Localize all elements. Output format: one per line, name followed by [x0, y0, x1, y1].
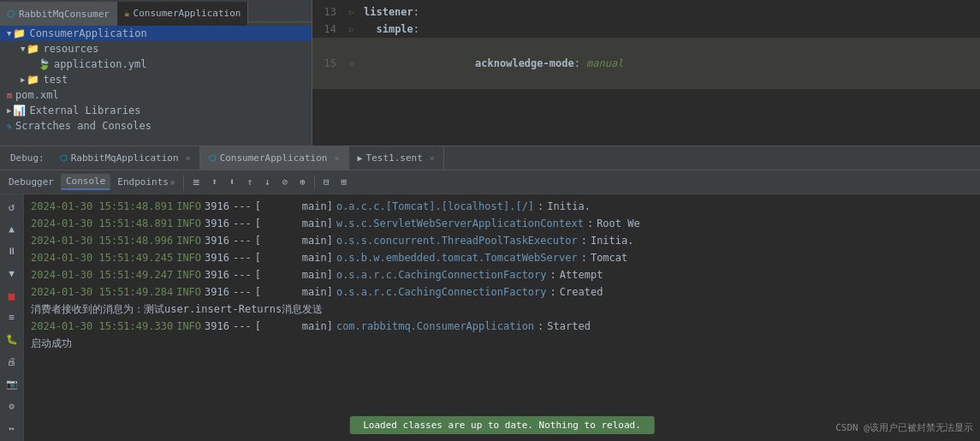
scroll-down-btn[interactable]: ▼ — [3, 264, 21, 283]
editor-tab-rabbitmq[interactable]: ⬡ RabbitMqConsumer — [0, 2, 117, 26]
tree-item-external-libraries[interactable]: ▶ 📊 External Libraries — [0, 103, 312, 118]
close-test-tab[interactable]: ✕ — [430, 153, 435, 163]
filter-btn[interactable]: ⊘ — [277, 175, 294, 189]
toolbar-sep-2 — [314, 175, 315, 190]
code-editor-area: 13 ▷ listener: 14 ▷ simple: 15 ◇ — [312, 0, 980, 146]
close-consumer-tab[interactable]: ✕ — [334, 153, 339, 163]
camera-btn[interactable]: 📷 — [3, 375, 21, 394]
log-line-7: 2024-01-30 15:51:49.330 INFO 3916 --- [ … — [31, 318, 973, 335]
debug-section: Debug: ⬡ RabbitMqApplication ✕ ⬡ Consume… — [0, 146, 980, 441]
stop-btn[interactable]: ■ — [3, 286, 21, 305]
rabbit-debug-icon: ⬡ — [60, 153, 68, 163]
reload-btn[interactable]: ↺ — [3, 198, 21, 217]
list-btn[interactable]: ≡ — [3, 308, 21, 327]
tree-item-scratches[interactable]: ✎ Scratches and Consoles — [0, 118, 312, 134]
pause-btn[interactable]: ⏸ — [3, 242, 21, 261]
tree-item-consumer-app[interactable]: ▼ 📁 ConsumerApplication — [0, 26, 312, 41]
print-btn[interactable]: 🖨 — [3, 353, 21, 372]
up-btn[interactable]: ⬆ — [206, 175, 223, 189]
code-line-15: 15 ◇ acknowledge-mode: manual — [312, 38, 980, 89]
fold-arrow-14: ▷ — [349, 21, 353, 38]
scroll-up-btn[interactable]: ▲ — [3, 220, 21, 239]
table-btn[interactable]: ⊟ — [318, 175, 335, 189]
up2-btn[interactable]: ↑ — [241, 175, 258, 189]
log-line-2: 2024-01-30 15:51:48.891 INFO 3916 --- [ … — [31, 215, 973, 232]
debugger-tool-btn[interactable]: Debugger — [3, 175, 59, 189]
log-line-4: 2024-01-30 15:51:49.245 INFO 3916 --- [ … — [31, 249, 973, 266]
log-line-5: 2024-01-30 15:51:49.247 INFO 3916 --- [ … — [31, 266, 973, 283]
console-output[interactable]: 2024-01-30 15:51:48.891 INFO 3916 --- [ … — [24, 194, 980, 441]
log-line-1: 2024-01-30 15:51:48.891 INFO 3916 --- [ … — [31, 198, 973, 215]
down2-btn[interactable]: ↓ — [259, 175, 276, 189]
toolbar-sep-1 — [183, 175, 184, 190]
debug-tabs-bar: Debug: ⬡ RabbitMqApplication ✕ ⬡ Consume… — [0, 146, 980, 170]
down-btn[interactable]: ⬇ — [224, 175, 241, 189]
editor-tab-consumer[interactable]: ☕ ConsumerApplication — [117, 2, 248, 26]
log-line-chinese-1: 消费者接收到的消息为：测试user.insert-Returns消息发送 — [31, 301, 973, 318]
debug-tab-test1[interactable]: ▶ Test1.sent ✕ — [349, 146, 444, 170]
log-line-3: 2024-01-30 15:51:48.996 INFO 3916 --- [ … — [31, 232, 973, 249]
rabbit-icon: ⬡ — [7, 9, 15, 20]
log-line-chinese-2: 启动成功 — [31, 335, 973, 352]
fold-arrow-13: ▷ — [349, 3, 353, 21]
editor-section: ⬡ RabbitMqConsumer ☕ ConsumerApplication… — [0, 0, 980, 146]
debug-toolbar: Debugger Console Endpoints ⊕ ≡ ⬆ ⬇ ↑ ↓ ⊘… — [0, 170, 980, 194]
tree-item-application-yml[interactable]: 🍃 application.yml — [0, 57, 312, 72]
align-btn[interactable]: ≡ — [187, 174, 205, 190]
code-line-13: 13 ▷ listener: — [312, 3, 980, 21]
bug-btn[interactable]: 🐛 — [3, 331, 21, 349]
filter2-btn[interactable]: ⊕ — [294, 175, 311, 189]
status-toast: Loaded classes are up to date. Nothing t… — [349, 416, 655, 434]
tree-item-test[interactable]: ▶ 📁 test — [0, 72, 312, 87]
console-tool-btn[interactable]: Console — [61, 174, 110, 190]
log-line-6: 2024-01-30 15:51:49.284 INFO 3916 --- [ … — [31, 283, 973, 301]
fold-arrow-15: ◇ — [349, 55, 353, 72]
code-line-14: 14 ▷ simple: — [312, 21, 980, 38]
debug-sidebar: ↺ ▲ ⏸ ▼ ■ ≡ 🐛 🖨 📷 ⚙ ↔ — [0, 194, 24, 441]
tree-item-pom-xml[interactable]: m pom.xml — [0, 87, 312, 103]
consumer-debug-icon: ⬡ — [209, 153, 217, 163]
endpoints-arrow: ⊕ — [170, 178, 175, 187]
tree-item-resources[interactable]: ▼ 📁 resources — [0, 41, 312, 57]
layout-btn[interactable]: ↔ — [3, 419, 21, 438]
debug-tab-consumer[interactable]: ⬡ ConsumerApplication ✕ — [200, 146, 349, 170]
java-icon: ☕ — [124, 8, 130, 19]
settings-btn[interactable]: ⚙ — [3, 396, 21, 415]
watermark: CSDN @该用户已被封禁无法显示 — [835, 421, 973, 434]
columns-btn[interactable]: ⊞ — [336, 175, 353, 189]
debug-tab-rabbitmq[interactable]: ⬡ RabbitMqApplication ✕ — [51, 146, 200, 170]
test-debug-icon: ▶ — [358, 153, 363, 163]
debug-body: ↺ ▲ ⏸ ▼ ■ ≡ 🐛 🖨 📷 ⚙ ↔ 2024-01-30 15:51:4… — [0, 194, 980, 441]
file-tree-panel: ⬡ RabbitMqConsumer ☕ ConsumerApplication… — [0, 0, 312, 146]
endpoints-tool-btn[interactable]: Endpoints ⊕ — [112, 175, 180, 189]
close-rabbitmq-tab[interactable]: ✕ — [186, 153, 191, 163]
